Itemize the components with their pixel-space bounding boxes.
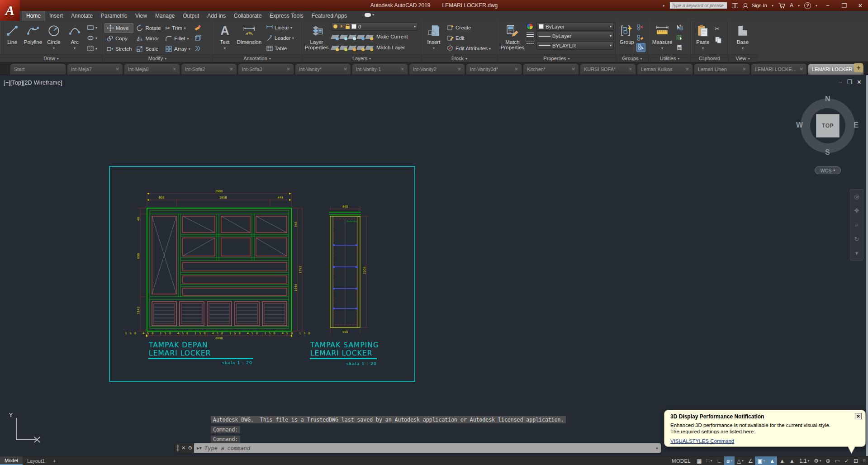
graphics-performance-button[interactable]: ✓ ▾ (842, 456, 851, 465)
compass-south[interactable]: S (825, 148, 830, 157)
close-button[interactable]: ✕ (854, 2, 866, 9)
orbit-icon[interactable]: ↻ (854, 236, 859, 242)
draw-panel-label[interactable]: Draw▾ (0, 54, 102, 62)
layout1-tab[interactable]: Layout1 (23, 458, 49, 464)
model-space-label[interactable]: MODEL (668, 458, 694, 464)
erase-button[interactable] (194, 23, 201, 32)
layer-on-small-icon[interactable] (331, 46, 339, 50)
layer-select-caret-icon[interactable]: ▾ (414, 24, 416, 28)
trim-caret-icon[interactable]: ▾ (184, 26, 186, 30)
ribbon-tab[interactable]: Featured Apps (308, 11, 351, 21)
command-history-up-icon[interactable]: ▲ (655, 446, 659, 450)
ribbon-tab[interactable]: Output (179, 11, 203, 21)
minimize-button[interactable]: − (822, 2, 834, 9)
restore-button[interactable]: ❐ (838, 2, 850, 9)
ribbon-tab[interactable]: Manage (151, 11, 179, 21)
viewcube[interactable]: N S W E TOP (800, 98, 856, 154)
annotation-monitor-button[interactable]: ⊕ ▾ (823, 456, 832, 465)
trim-button[interactable]: ✂Trim▾ (163, 23, 192, 33)
base-button[interactable]: Base ▾ (732, 22, 753, 51)
create-block-button[interactable]: Create (447, 23, 491, 32)
modify-panel-label[interactable]: Modify▾ (103, 54, 212, 62)
hatch-button[interactable]: ▾ (87, 44, 97, 53)
group-selection-toggle[interactable] (636, 43, 645, 52)
close-tab-icon[interactable]: × (572, 66, 575, 72)
sign-in-caret-icon[interactable]: ▾ (772, 4, 773, 8)
utilities-panel-label[interactable]: Utilities▾ (649, 54, 691, 62)
layer-freeze-icon[interactable] (348, 35, 356, 39)
line-button[interactable]: Line (2, 22, 23, 45)
insert-caret-icon[interactable]: ▾ (433, 46, 435, 51)
quick-calculator-button[interactable] (676, 43, 683, 52)
drag-handle-icon[interactable] (177, 445, 179, 451)
ribbon-display-toggle[interactable]: ▾ (365, 13, 374, 19)
base-caret-icon[interactable]: ▾ (742, 46, 744, 51)
linear-dimension-button[interactable]: Linear▾ (266, 23, 294, 32)
object-color-select[interactable]: ByLayer▾ (536, 22, 614, 31)
ribbon-tab[interactable]: View (131, 11, 151, 21)
help-caret-icon[interactable]: ▾ (816, 4, 817, 8)
fillet-caret-icon[interactable]: ▾ (187, 37, 189, 41)
object-snap-toggle[interactable]: ▣ ▾ (755, 456, 767, 465)
help-icon[interactable]: ? (804, 2, 811, 9)
wcs-menu[interactable]: WCS▾ (815, 166, 841, 174)
annotation-scale-button[interactable]: ▲ ▾ (787, 456, 797, 465)
group-edit-button[interactable] (636, 33, 645, 42)
zoom-icon[interactable]: ⌕ (855, 221, 858, 228)
arc-button[interactable]: Arc ▾ (64, 22, 85, 51)
cut-button[interactable]: ✂ (715, 24, 722, 33)
block-panel-label[interactable]: Block▾ (422, 54, 497, 62)
array-button[interactable]: Array▾ (163, 44, 192, 54)
leader-button[interactable]: Leader▾ (266, 33, 294, 43)
customization-menu-button[interactable]: ≡ ▾ (860, 456, 868, 465)
quick-select-button[interactable] (676, 23, 683, 32)
new-layout-button[interactable]: + (49, 458, 59, 464)
search-expand-icon[interactable]: ▸ (663, 4, 665, 8)
layer-properties-button[interactable]: Layer Properties (304, 22, 329, 50)
ribbon-tab[interactable]: Express Tools (266, 11, 307, 21)
layers-panel-label[interactable]: Layers▾ (302, 54, 421, 62)
match-layer-button[interactable]: Match Layer (376, 45, 405, 50)
compass-west[interactable]: W (796, 121, 803, 129)
polar-tracking-toggle[interactable]: ⌀ ▾ (724, 456, 735, 465)
file-tab[interactable]: Int-Vanity3d* × (466, 63, 522, 75)
copy-clip-button[interactable] (715, 35, 722, 44)
file-tab[interactable]: Int-Sofa2 × (181, 63, 237, 75)
ribbon-tab[interactable]: Collaborate (230, 11, 266, 21)
file-tab[interactable]: Int-Meja7 × (67, 63, 123, 75)
annotation-visibility-toggle[interactable]: ▲ ▾ (767, 456, 777, 465)
file-tab[interactable]: Start × (10, 63, 66, 75)
match-layer-icon[interactable] (365, 46, 374, 50)
file-tab[interactable]: Kitchen* × (523, 63, 579, 75)
ribbon-tab[interactable]: Annotate (67, 11, 97, 21)
groups-panel-label[interactable]: Groups▾ (616, 54, 648, 62)
file-tab[interactable]: Lemari Kulkas × (637, 63, 693, 75)
close-tab-icon[interactable]: × (686, 66, 689, 72)
lineweight-select[interactable]: ByLayer▾ (536, 32, 614, 40)
drawing-area[interactable]: [−][Top][2D Wireframe] − ❐ ✕ (0, 75, 868, 456)
sign-in-button[interactable]: Sign In (752, 3, 767, 8)
file-tab[interactable]: Lemari Linen × (694, 63, 750, 75)
mirror-button[interactable]: Mirror (134, 33, 162, 43)
full-navigation-wheel-icon[interactable]: ◎ (854, 193, 859, 200)
command-bar-grip[interactable]: ✕ ⚙ (175, 443, 194, 453)
edit-attributes-button[interactable]: Edit Attributes▾ (447, 44, 491, 53)
pan-icon[interactable]: ✥ (854, 207, 859, 214)
clipboard-panel-label[interactable]: Clipboard (691, 54, 728, 62)
file-tab[interactable]: Int-Vanity-1 × (352, 63, 408, 75)
command-input[interactable] (204, 445, 658, 451)
annotation-panel-label[interactable]: Annotation▾ (213, 54, 302, 62)
close-tab-icon[interactable]: × (515, 66, 518, 72)
command-customize-icon[interactable]: ⚙ (188, 445, 192, 451)
close-tab-icon[interactable]: × (629, 66, 632, 72)
arc-caret-icon[interactable]: ▾ (74, 46, 76, 51)
polyline-button[interactable]: Polyline (23, 22, 43, 45)
rectangle-button[interactable]: ▾ (87, 23, 97, 32)
paste-caret-icon[interactable]: ▾ (702, 46, 704, 51)
isometric-drafting-toggle[interactable]: △ ▾ (735, 456, 746, 465)
model-tab[interactable]: Model (0, 456, 23, 465)
view-panel-label[interactable]: View▾ (728, 54, 757, 62)
make-current-icon[interactable] (365, 35, 374, 39)
command-input-area[interactable]: ▸▾ ▲ (194, 443, 661, 453)
copy-button[interactable]: Copy (104, 33, 133, 43)
